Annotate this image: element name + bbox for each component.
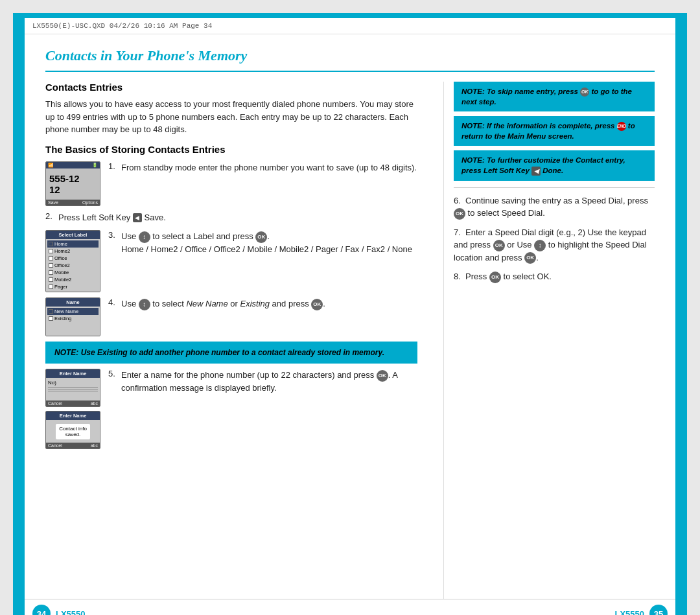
step-5-number: 5.: [108, 369, 121, 378]
step3-text-area: 3. Use ↕ to select a Label and press OK.…: [108, 230, 417, 262]
screen2-item-mobile2: Mobile2: [47, 276, 99, 283]
page-num-right: 35: [649, 605, 668, 615]
step-5: 5. Enter a name for the phone number (up…: [108, 369, 417, 394]
step1-text-area: 1. From standby mode enter the phone num…: [108, 161, 417, 181]
screen5-message: Contact infosaved.: [56, 424, 90, 439]
screen4-cancel: Cancel: [48, 401, 62, 406]
soft-key-icon-note3: ◀: [531, 167, 541, 176]
left-accent: [13, 13, 25, 615]
ok-icon-5: OK: [377, 370, 388, 382]
step3-container: Select Label Home Home2 Office Office2 M…: [45, 230, 417, 292]
ok-icon-note1: OK: [580, 87, 589, 97]
step-3-text: Use ↕ to select a Label and press OK.Hom…: [121, 230, 417, 255]
step-7: 7. Enter a Speed Dial digit (e.g., 2) Us…: [454, 226, 655, 264]
nav-icon-4: ↕: [139, 299, 150, 310]
options-soft-key: Options: [82, 200, 98, 205]
step-8-text: 8. Press OK to select OK.: [454, 270, 655, 283]
title-line: [45, 71, 655, 72]
left-content: Contacts Entries This allows you to have…: [45, 82, 434, 599]
right-accent: [675, 13, 687, 615]
step-1-number: 1.: [108, 161, 121, 171]
step5-text-area: 5. Enter a name for the phone number (up…: [108, 369, 417, 400]
step-4: 4. Use ↕ to select New Name or Existing …: [108, 297, 417, 310]
footer-right: LX5550 35: [614, 605, 668, 615]
end-icon-note2: END: [617, 122, 626, 131]
section-title: Contacts Entries: [45, 82, 417, 93]
file-info: LX5550(E)-USC.QXD 04/2/26 10:16 AM Page …: [13, 18, 687, 34]
screen5-title: Enter Name: [46, 412, 100, 420]
ok-icon-8: OK: [489, 272, 501, 283]
step-1: 1. From standby mode enter the phone num…: [108, 161, 417, 174]
step-3: 3. Use ↕ to select a Label and press OK.…: [108, 230, 417, 255]
screen3-title: Name: [46, 298, 100, 307]
body-text: This allows you to have easy access to y…: [45, 98, 417, 136]
ok-icon-7b: OK: [524, 252, 536, 264]
save-soft-key: Save: [48, 200, 58, 205]
ok-icon-3: OK: [255, 231, 267, 243]
screen2-title: Select Label: [46, 231, 100, 239]
columns-wrapper: Contacts Entries This allows you to have…: [13, 82, 687, 599]
page-title: Contacts in Your Phone's Memory: [13, 34, 687, 71]
screen4-field: No): [48, 380, 98, 386]
phone-screen-2: Select Label Home Home2 Office Office2 M…: [45, 230, 100, 292]
phone-screen-3: Name New Name Existing: [45, 297, 100, 336]
step-2-number: 2.: [45, 211, 58, 221]
footer-left: 34 LX5550: [32, 605, 86, 615]
phone-screen-1: 📶🔋 555-1212 Save Options: [45, 161, 100, 206]
phone-screen-4: Enter Name No) Cancel abc: [45, 369, 100, 407]
phone-number-display: 555-1212: [48, 170, 98, 198]
screen2-item-office: Office: [47, 255, 99, 262]
top-bar: [13, 13, 687, 18]
page-num-left: 34: [32, 605, 51, 615]
step-7-text: 7. Enter a Speed Dial digit (e.g., 2) Us…: [454, 226, 655, 264]
page-container: LX5550(E)-USC.QXD 04/2/26 10:16 AM Page …: [13, 13, 687, 615]
screen2-item-office2: Office2: [47, 262, 99, 269]
nav-icon-7: ↕: [534, 240, 546, 251]
screen2-item-mobile: Mobile: [47, 269, 99, 276]
screen5-cancel: Cancel: [48, 443, 62, 448]
nav-icon-3: ↕: [139, 231, 150, 243]
step-6: 6. Continue saving the entry as a Speed …: [454, 194, 655, 220]
step1-container: 📶🔋 555-1212 Save Options 1.: [45, 161, 417, 206]
ok-icon-7a: OK: [493, 240, 505, 251]
screen2-item-pager: Pager: [47, 283, 99, 290]
note-box-left: NOTE: Use Existing to add another phone …: [45, 342, 417, 364]
screen2-item-home2: Home2: [47, 248, 99, 255]
note-right-2: NOTE: If the information is complete, pr…: [454, 116, 655, 146]
footer-model-left: LX5550: [56, 609, 86, 616]
screen3-item-existing: Existing: [47, 315, 99, 322]
soft-key-icon-2: ◀: [133, 213, 142, 222]
step-4-text: Use ↕ to select New Name or Existing and…: [121, 297, 417, 310]
step-5-text: Enter a name for the phone number (up to…: [121, 369, 417, 394]
screen4-title: Enter Name: [46, 369, 100, 378]
step-4-number: 4.: [108, 297, 121, 307]
step-1-text: From standby mode enter the phone number…: [121, 161, 417, 174]
screen2-item-home: Home: [47, 240, 99, 248]
phone-screen-5: Enter Name Contact infosaved. Cancel abc: [45, 411, 100, 449]
screen5-abc: abc: [91, 443, 98, 448]
footer-model-right: LX5550: [614, 609, 644, 616]
screens-4-5: Enter Name No) Cancel abc: [45, 369, 100, 449]
right-content: NOTE: To skip name entry, press OK to go…: [454, 82, 655, 599]
step4-text-area: 4. Use ↕ to select New Name or Existing …: [108, 297, 417, 317]
subsection-title: The Basics of Storing Contacts Entries: [45, 144, 417, 155]
column-divider: [443, 82, 444, 599]
right-divider: [454, 187, 655, 188]
step5-container: Enter Name No) Cancel abc: [45, 369, 417, 449]
step-2-text: Press Left Soft Key ◀ Save.: [58, 211, 417, 224]
ok-icon-6: OK: [454, 208, 465, 220]
note-right-3: NOTE: To further customize the Contact e…: [454, 150, 655, 180]
step-2: 2. Press Left Soft Key ◀ Save.: [45, 211, 417, 224]
screen3-item-newname: New Name: [47, 308, 99, 315]
ok-icon-4: OK: [311, 299, 323, 310]
screen4-abc: abc: [91, 401, 98, 406]
step-6-text: 6. Continue saving the entry as a Speed …: [454, 194, 655, 220]
step-3-number: 3.: [108, 230, 121, 240]
page-footer: 34 LX5550 LX5550 35: [13, 599, 687, 615]
note-right-1: NOTE: To skip name entry, press OK to go…: [454, 82, 655, 111]
step-8: 8. Press OK to select OK.: [454, 270, 655, 283]
step4-container: Name New Name Existing 4. Use ↕ to selec…: [45, 297, 417, 336]
